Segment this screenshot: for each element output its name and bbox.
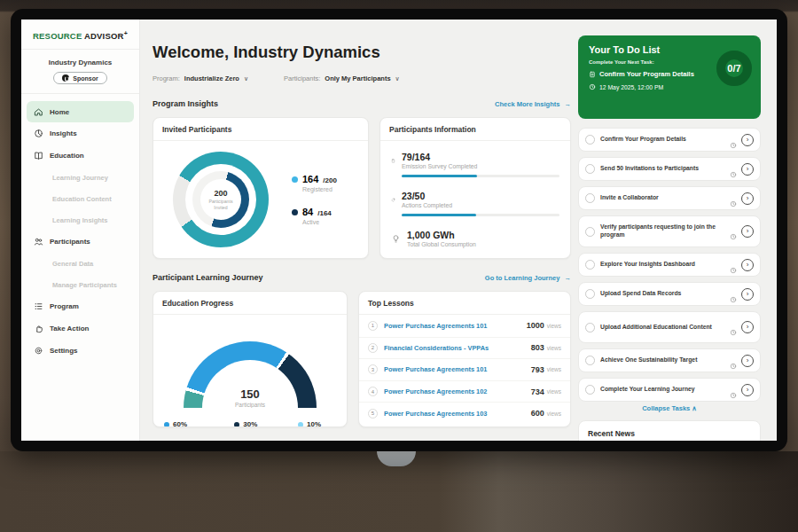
legend-active: 84/164 Active — [292, 207, 337, 225]
lesson-row: 2 Financial Considerations - VPPAs 803 v… — [359, 337, 570, 359]
legend-dot — [234, 422, 239, 427]
bulb-icon — [391, 234, 401, 244]
invited-participants-card: Invited Participants 200 Participants In… — [153, 117, 369, 259]
legend-registered: 164/200 Registered — [292, 174, 337, 192]
progress-track — [402, 175, 559, 177]
sidebar-item-program[interactable]: Program — [21, 295, 139, 317]
pie-chart-icon — [34, 129, 43, 138]
task-go-button[interactable]: › — [741, 355, 754, 367]
sidebar-item-settings[interactable]: Settings — [21, 340, 139, 362]
list-icon — [34, 301, 43, 311]
section-title-journey: Participant Learning Journey — [153, 273, 263, 282]
divider — [21, 49, 139, 50]
sidebar-item-general-data[interactable]: General Data — [21, 253, 139, 274]
task-row[interactable]: Explore Your Insights Dashboard › — [578, 253, 761, 277]
check-more-insights-link[interactable]: Check More Insights → — [495, 100, 571, 108]
top-lessons-card: Top Lessons 1 Power Purchase Agreements … — [358, 291, 571, 427]
task-row[interactable]: Verify participants requesting to join t… — [578, 215, 761, 247]
legend-pending: 30% Pending — [234, 420, 264, 427]
clock-icon — [730, 262, 737, 269]
sidebar-item-education-content[interactable]: Education Content — [21, 188, 139, 209]
sidebar-item-learning-journey[interactable]: Learning Journey — [21, 167, 139, 188]
task-checkbox[interactable] — [585, 260, 595, 270]
section-title-insights: Program Insights — [153, 99, 218, 108]
task-go-button[interactable]: › — [741, 384, 754, 396]
stat-actions: 23/50 Actions Completed — [391, 191, 559, 216]
chevron-down-icon: ∨ — [244, 75, 248, 82]
donut-center-label: Participants Invited — [203, 199, 239, 210]
lesson-row: 1 Power Purchase Agreements 101 1000 vie… — [359, 315, 570, 337]
book-icon — [34, 151, 43, 160]
task-row[interactable]: Achieve One Sustainability Target › — [578, 348, 761, 372]
task-row[interactable]: Send 50 Invitations to Participants › — [578, 157, 761, 181]
sidebar-item-insights[interactable]: Insights — [21, 122, 139, 145]
task-checkbox[interactable] — [585, 227, 595, 237]
go-to-learning-journey-link[interactable]: Go to Learning Journey → — [485, 274, 571, 282]
sidebar-nav: Home Insights Education Learning Journey… — [21, 101, 139, 362]
sidebar-item-participants[interactable]: Participants — [21, 231, 139, 253]
program-select[interactable]: Program: Industrialize Zero ∨ — [153, 74, 248, 82]
sponsor-icon — [62, 74, 69, 82]
collapse-tasks-link[interactable]: Collapse Tasks ∧ — [578, 404, 761, 412]
task-go-button[interactable]: › — [741, 225, 754, 238]
task-row[interactable]: Confirm Your Program Details › — [578, 128, 761, 152]
task-checkbox[interactable] — [585, 164, 595, 174]
task-go-button[interactable]: › — [741, 259, 754, 271]
clock-icon — [589, 83, 596, 90]
legend-dot — [164, 422, 169, 427]
task-row[interactable]: Upload Additional Educational Content › — [578, 311, 761, 343]
chevron-down-icon: ∨ — [395, 75, 400, 82]
lesson-row: 5 Power Purchase Agreements 103 600 view… — [359, 402, 570, 424]
arrow-right-icon: → — [565, 274, 572, 282]
participants-select[interactable]: Participants: Only My Participants ∨ — [284, 74, 400, 82]
clock-icon — [730, 166, 737, 173]
task-checkbox[interactable] — [585, 193, 595, 203]
task-go-button[interactable]: › — [741, 163, 754, 176]
clock-icon — [730, 357, 737, 364]
monitor-bezel: RESOURCE ADVISOR+ Industry Dynamics Spon… — [11, 9, 787, 451]
task-row[interactable]: Complete Your Learning Journey › — [578, 378, 761, 402]
divider — [21, 93, 139, 94]
lesson-row: 3 Power Purchase Agreements 101 793 view… — [359, 358, 570, 380]
progress-track — [402, 214, 559, 216]
progress-fill — [402, 175, 477, 177]
task-checkbox[interactable] — [585, 356, 595, 365]
task-checkbox[interactable] — [585, 289, 595, 299]
task-row[interactable]: Upload Spend Data Records › — [578, 282, 761, 306]
task-checkbox[interactable] — [585, 385, 595, 395]
legend-completed: 60% Completed — [164, 420, 200, 427]
task-go-button[interactable]: › — [741, 192, 754, 205]
clock-icon — [730, 137, 737, 144]
sidebar-item-home[interactable]: Home — [27, 101, 134, 122]
sidebar-item-take-action[interactable]: Take Action — [21, 317, 139, 340]
legend-dot — [298, 422, 303, 427]
sidebar-item-education[interactable]: Education — [21, 145, 139, 167]
sidebar-item-manage-participants[interactable]: Manage Participants — [21, 274, 139, 295]
legend-not-started: 10% Not Started — [298, 420, 336, 427]
page-title: Welcome, Industry Dynamics — [153, 43, 380, 62]
sidebar-item-learning-insights[interactable]: Learning Insights — [21, 209, 139, 231]
task-go-button[interactable]: › — [741, 321, 754, 333]
task-go-button[interactable]: › — [741, 288, 754, 301]
chevron-up-icon: ∧ — [692, 404, 697, 412]
sponsor-badge[interactable]: Sponsor — [53, 72, 106, 84]
sidebar: RESOURCE ADVISOR+ Industry Dynamics Spon… — [21, 20, 140, 441]
task-checkbox[interactable] — [585, 323, 595, 332]
legend-dot — [292, 209, 298, 215]
hand-icon — [34, 324, 43, 333]
task-go-button[interactable]: › — [741, 134, 754, 146]
clock-icon — [730, 387, 737, 394]
task-checkbox[interactable] — [585, 135, 595, 145]
dashboard-screen: RESOURCE ADVISOR+ Industry Dynamics Spon… — [21, 20, 777, 441]
legend-dot — [292, 176, 298, 183]
education-progress-gauge: 150 Participants — [184, 341, 317, 408]
todo-header-card: Your To Do List Complete Your Next Task:… — [578, 35, 761, 119]
progress-fill — [402, 214, 476, 216]
clock-icon — [730, 195, 737, 202]
tag-icon — [391, 195, 395, 205]
donut-center-value: 200 — [214, 189, 227, 198]
clipboard-icon — [391, 156, 395, 166]
task-doc-icon — [589, 71, 596, 78]
task-row[interactable]: Invite a Collaborator › — [578, 186, 761, 210]
invited-participants-donut: 200 Participants Invited — [173, 152, 269, 247]
